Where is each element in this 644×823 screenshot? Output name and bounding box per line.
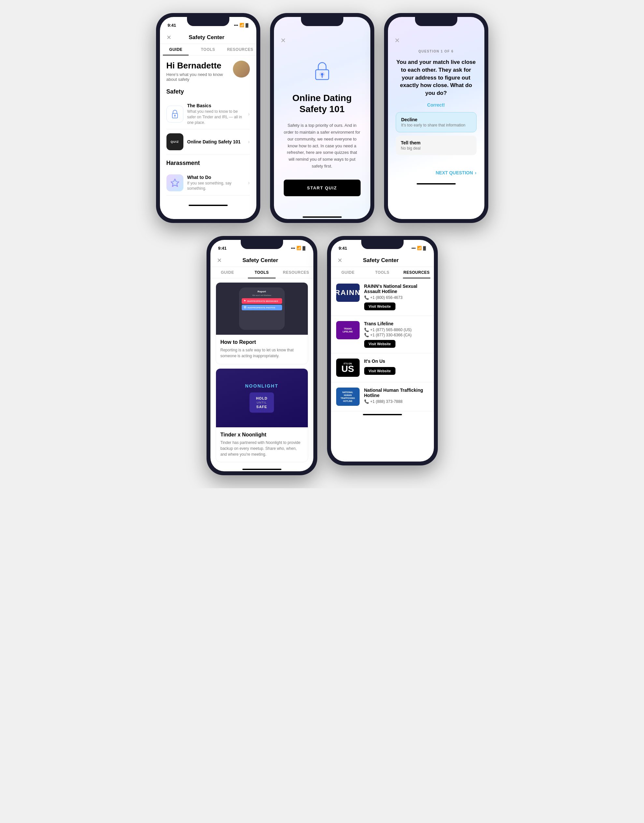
noonlight-body: Tinder x Noonlight Tinder has partnered … <box>216 427 308 462</box>
phone-5-resources: 9:41 ▪▪▪ 📶 ▓ ✕ Safety Center GUIDE TOOLS… <box>327 236 438 465</box>
report-card-image: Report We won't tell Matthew ⚑ INAPPROPR… <box>216 283 308 335</box>
quiz-title: Online Dating Safety 101 <box>187 139 244 144</box>
question-text: You and your match live close to each ot… <box>396 58 477 97</box>
greeting: Hi Bernadette <box>166 61 233 71</box>
noonlight-box: HOLD UNTIL SAFE <box>250 392 274 413</box>
battery-icon: ▓ <box>245 23 248 28</box>
tab-bar-5: GUIDE TOOLS RESOURCES <box>331 267 434 278</box>
itsonus-visit-button[interactable]: Visit Website <box>364 367 396 375</box>
status-icons: ▪▪▪ 📶 ▓ <box>234 23 248 28</box>
nhth-logo: NATIONALHUMANTRAFFICKINGHOTLINE <box>336 387 360 406</box>
report-item-messages: ⚑ INAPPROPRIATE MESSAGES <box>242 298 282 304</box>
answer-2-subtitle: No big deal <box>401 146 471 150</box>
harassment-icon <box>166 174 183 191</box>
basics-icon <box>166 106 183 123</box>
itsonus-name: It's On Us <box>364 359 429 364</box>
nhth-phone: 📞 +1 (888) 373-7888 <box>364 399 429 404</box>
quiz-card[interactable]: QUIZ Online Dating Safety 101 › <box>166 129 250 155</box>
safety-section-heading: Safety <box>166 88 250 95</box>
tab-guide-4[interactable]: GUIDE <box>210 267 245 278</box>
tab-tools-5[interactable]: TOOLS <box>365 267 399 278</box>
tab-tools[interactable]: TOOLS <box>192 44 224 55</box>
correct-label: Correct! <box>396 102 477 107</box>
report-phone-mock: Report We won't tell Matthew ⚑ INAPPROPR… <box>239 287 285 330</box>
report-phone-sub: We won't tell Matthew <box>242 294 282 296</box>
itsonus-info: It's On Us Visit Website <box>364 359 429 375</box>
trans-info: Trans Lifeline 📞 +1 (877) 565-8860 (US) … <box>364 321 429 348</box>
phone-4-tools: 9:41 ▪▪▪ 📶 ▓ ✕ Safety Center GUIDE TOOLS… <box>207 236 317 475</box>
profile-text: Hi Bernadette Here's what you need to kn… <box>166 61 233 82</box>
quiz-text: Online Dating Safety 101 <box>187 139 244 144</box>
home-indicator-4 <box>210 466 313 471</box>
basics-card[interactable]: The Basics What you need to know to be s… <box>166 99 250 129</box>
noonlight-title: Tinder x Noonlight <box>221 432 303 438</box>
tab-tools-4[interactable]: TOOLS <box>245 267 279 278</box>
basics-text: The Basics What you need to know to be s… <box>187 103 244 125</box>
tab-resources-4[interactable]: RESOURCES <box>279 267 313 278</box>
how-to-report-card[interactable]: Report We won't tell Matthew ⚑ INAPPROPR… <box>216 282 308 364</box>
report-card-title: How to Report <box>221 339 303 345</box>
answer-1-title: Decline <box>401 117 471 122</box>
nav-title: Safety Center <box>189 34 224 41</box>
phone-icon-nhth: 📞 <box>364 399 369 404</box>
noonlight-image: NOONLIGHT HOLD UNTIL SAFE <box>216 369 308 427</box>
resource-nhth: NATIONALHUMANTRAFFICKINGHOTLINE National… <box>331 382 434 412</box>
basics-subtitle: What you need to know to be safer on Tin… <box>187 109 244 125</box>
rainn-phone: 📞 +1 (800) 656-4673 <box>364 295 429 300</box>
answer-option-1[interactable]: Decline It's too early to share that inf… <box>396 112 477 132</box>
screen-content: Hi Bernadette Here's what you need to kn… <box>160 55 256 202</box>
tab-resources[interactable]: RESOURCES <box>224 44 256 55</box>
resource-itsonus: IT'S ON US It's On Us Visit Website <box>331 353 434 382</box>
chevron-icon: › <box>248 111 250 117</box>
status-icons-4: ▪▪▪ 📶 ▓ <box>291 246 305 250</box>
home-indicator-5 <box>331 412 434 416</box>
tab-guide-5[interactable]: GUIDE <box>331 267 365 278</box>
rainn-info: RAINN's National Sexual Assault Hotline … <box>364 284 429 310</box>
close-icon-5[interactable]: ✕ <box>337 257 342 264</box>
report-phone-header: Report <box>242 290 282 293</box>
trans-phone-us: 📞 +1 (877) 565-8860 (US) <box>364 327 429 332</box>
wifi-icon-4: 📶 <box>296 246 301 250</box>
question-label: QUESTION 1 OF 6 <box>396 49 477 53</box>
phone-1-safety-guide: 9:41 ▪▪▪ 📶 ▓ ✕ Safety Center GUIDE TOOLS… <box>156 13 260 223</box>
answer-option-2[interactable]: Tell them No big deal <box>396 135 477 155</box>
basics-title: The Basics <box>187 103 244 108</box>
trans-visit-button[interactable]: Visit Website <box>364 340 396 348</box>
quiz-content: Online Dating Safety 101 Safety is a top… <box>274 45 370 214</box>
nhth-info: National Human Trafficking Hotline 📞 +1 … <box>364 387 429 404</box>
phone-notch-4 <box>241 240 283 249</box>
status-icons-5: ▪▪▪ 📶 ▓ <box>411 246 426 250</box>
close-icon-4[interactable]: ✕ <box>217 257 222 264</box>
next-question-button[interactable]: NEXT QUESTION › <box>388 165 485 181</box>
home-indicator <box>160 202 256 207</box>
signal-icon-5: ▪▪▪ <box>411 246 416 250</box>
nhth-name: National Human Trafficking Hotline <box>364 387 429 398</box>
report-card-desc: Reporting is a safe way to let us know t… <box>221 347 303 359</box>
wifi-icon-5: 📶 <box>417 246 422 250</box>
svg-point-1 <box>174 115 176 116</box>
status-time-4: 9:41 <box>218 246 227 251</box>
tab-resources-5[interactable]: RESOURCES <box>399 267 434 278</box>
rainn-visit-button[interactable]: Visit Website <box>364 302 396 310</box>
rainn-name: RAINN's National Sexual Assault Hotline <box>364 284 429 294</box>
what-to-do-title: What to Do <box>187 175 244 180</box>
what-to-do-card[interactable]: What to Do If you see something, say som… <box>166 170 250 195</box>
home-indicator-3 <box>388 181 485 186</box>
close-icon-3[interactable]: ✕ <box>388 31 485 45</box>
phone-notch-3 <box>415 17 457 26</box>
start-quiz-button[interactable]: START QUIZ <box>284 180 360 196</box>
nav-bar: ✕ Safety Center <box>160 31 256 44</box>
phone-3-question: ✕ QUESTION 1 OF 6 You and your match liv… <box>384 13 488 223</box>
close-icon-2[interactable]: ✕ <box>274 31 370 45</box>
nav-title-5: Safety Center <box>363 257 399 264</box>
profile-subtitle: Here's what you need to know about safet… <box>166 72 233 82</box>
rainn-logo: RAINN <box>336 284 360 302</box>
report-item-photos: 🖼 INAPPROPRIATE PHOTOS <box>242 305 282 310</box>
status-time-5: 9:41 <box>339 246 347 251</box>
close-icon[interactable]: ✕ <box>166 34 171 41</box>
tab-guide[interactable]: GUIDE <box>160 44 192 55</box>
profile-section: Hi Bernadette Here's what you need to kn… <box>166 61 250 82</box>
harassment-section-heading: Harassment <box>166 160 250 167</box>
noonlight-card[interactable]: NOONLIGHT HOLD UNTIL SAFE Tinder x Noonl… <box>216 368 308 462</box>
nav-bar-4: ✕ Safety Center <box>210 254 313 267</box>
